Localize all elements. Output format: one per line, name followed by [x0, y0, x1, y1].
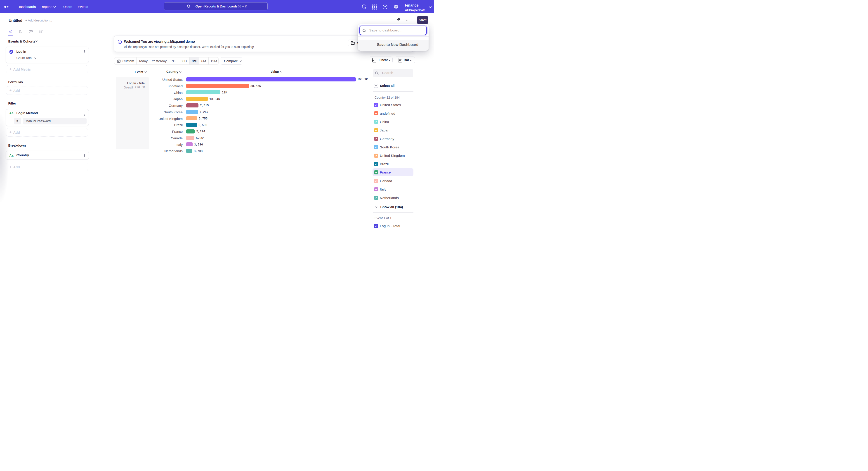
svg-text:?: ? — [384, 5, 386, 8]
